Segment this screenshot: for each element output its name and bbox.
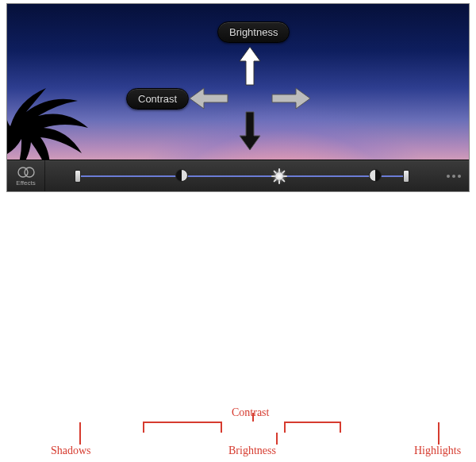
- arrow-right-icon: [271, 87, 312, 110]
- svg-point-4: [458, 175, 461, 178]
- more-button[interactable]: [439, 160, 469, 192]
- panel-divider: [7, 191, 469, 192]
- brightness-label-pill: Brightness: [217, 21, 290, 43]
- exposure-slider[interactable]: [45, 160, 439, 192]
- callout-contrast: Contrast: [232, 406, 269, 419]
- callout-brightness: Brightness: [228, 445, 276, 457]
- callout-highlights: Highlights: [414, 445, 461, 457]
- contrast-label-pill-top: Contrast: [126, 88, 189, 110]
- callout-shadows: Shadows: [51, 445, 91, 457]
- ellipsis-icon: [446, 174, 462, 179]
- svg-point-1: [25, 167, 34, 177]
- slider-track: [77, 175, 407, 177]
- arrow-up-icon: [238, 45, 262, 87]
- svg-point-3: [452, 175, 455, 178]
- bottom-toolbar: Effects: [7, 160, 469, 191]
- effects-button[interactable]: Effects: [7, 160, 45, 192]
- shadows-handle[interactable]: [74, 169, 82, 183]
- arrow-left-icon: [188, 87, 229, 110]
- contrast-left-marker[interactable]: [175, 169, 190, 183]
- callout-annotations: Contrast Shadows Brightness Highlights: [6, 406, 470, 459]
- svg-point-2: [447, 175, 450, 178]
- overlapping-circles-icon: [17, 166, 35, 179]
- highlights-handle[interactable]: [402, 169, 410, 183]
- arrow-down-icon: [238, 110, 262, 152]
- contrast-right-marker[interactable]: [369, 169, 383, 183]
- editor-frame: Brightness Contrast Shadows Contrast: [6, 3, 470, 192]
- effects-button-label: Effects: [16, 179, 35, 187]
- brightness-marker[interactable]: [272, 169, 286, 183]
